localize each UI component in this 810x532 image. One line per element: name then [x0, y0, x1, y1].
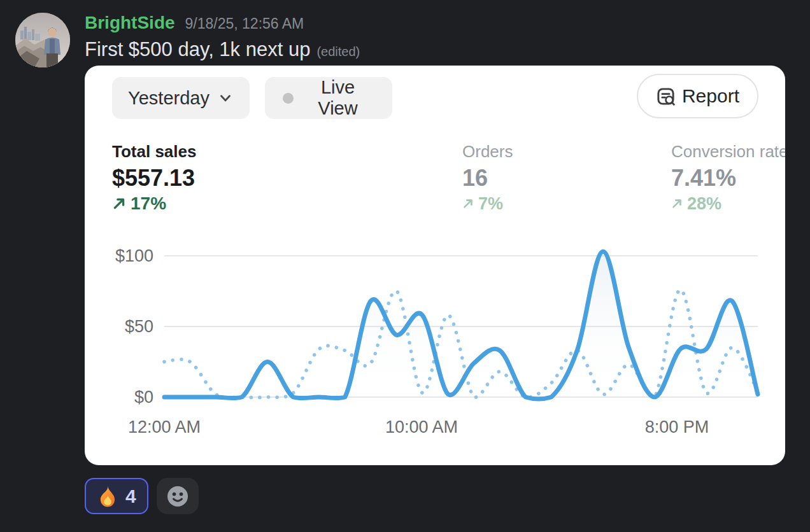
metric-label: Orders	[462, 142, 513, 162]
metric-delta: 7%	[462, 193, 513, 214]
message-header: BrightSide 9/18/25, 12:56 AM	[85, 13, 304, 33]
metric-value: 7.41%	[671, 164, 785, 192]
username[interactable]: BrightSide	[85, 13, 175, 33]
metric-value: $557.13	[112, 164, 196, 192]
arrow-up-right-icon	[112, 197, 126, 211]
y-axis-tick: $0	[103, 388, 153, 406]
metric-delta-value: 7%	[478, 193, 503, 214]
edited-label: (edited)	[316, 45, 360, 59]
report-icon	[656, 87, 676, 106]
current-period-area	[164, 251, 758, 399]
fire-reaction-button[interactable]: 4	[85, 478, 148, 514]
arrow-up-right-icon	[671, 198, 683, 209]
metric-conversion-rate[interactable]: Conversion rate 7.41% 28%	[671, 142, 785, 214]
sales-line-chart	[85, 66, 785, 465]
metric-label: Total sales	[112, 142, 196, 162]
reaction-count: 4	[125, 486, 136, 507]
period-selector-button[interactable]: Yesterday	[112, 77, 250, 119]
y-axis-tick: $50	[103, 318, 153, 335]
metric-delta-value: 17%	[131, 193, 166, 214]
metric-label: Conversion rate	[671, 142, 785, 162]
x-axis-tick: 12:00 AM	[113, 417, 215, 437]
avatar[interactable]	[15, 13, 70, 67]
metric-delta: 17%	[112, 193, 196, 214]
metric-delta-value: 28%	[687, 193, 721, 214]
analytics-card[interactable]: Yesterday Live View Report Total sales $…	[85, 66, 785, 465]
chevron-down-icon	[217, 90, 234, 106]
reactions-row: 4	[85, 478, 199, 514]
y-axis-tick: $100	[103, 247, 153, 265]
report-button[interactable]: Report	[637, 74, 758, 118]
metric-total-sales[interactable]: Total sales $557.13 17%	[112, 142, 196, 214]
comparison-period-line	[164, 290, 758, 397]
arrow-up-right-icon	[462, 198, 474, 209]
live-view-label: Live View	[301, 77, 374, 119]
x-axis-tick: 10:00 AM	[371, 417, 472, 437]
metric-delta: 28%	[671, 193, 785, 214]
message-body: First $500 day, 1k next up (edited)	[85, 38, 360, 61]
current-period-line	[164, 251, 758, 399]
smiley-icon	[166, 484, 190, 508]
avatar-photo	[15, 13, 70, 67]
live-status-dot	[283, 93, 294, 104]
message-text: First $500 day, 1k next up	[85, 38, 310, 61]
metric-orders[interactable]: Orders 16 7%	[462, 142, 513, 214]
report-label: Report	[682, 85, 739, 107]
metric-value: 16	[462, 164, 513, 192]
period-selector-label: Yesterday	[128, 88, 210, 109]
live-view-button[interactable]: Live View	[265, 77, 392, 119]
timestamp: 9/18/25, 12:56 AM	[185, 15, 304, 32]
add-reaction-button[interactable]	[157, 478, 199, 514]
x-axis-tick: 8:00 PM	[626, 417, 728, 437]
fire-emoji-icon	[97, 485, 118, 508]
